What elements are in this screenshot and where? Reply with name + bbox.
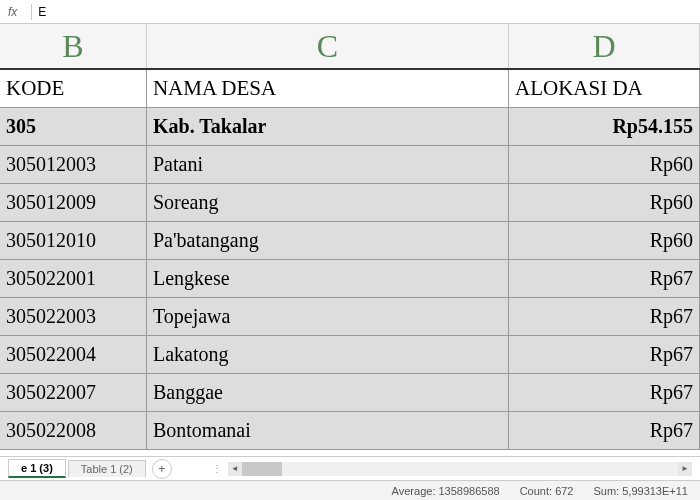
cell-nama[interactable]: Soreang (147, 184, 509, 221)
table-row: 305022001LengkeseRp67 (0, 260, 700, 298)
cell-alokasi[interactable]: Rp67 (509, 374, 700, 411)
cell-kode[interactable]: 305012009 (0, 184, 147, 221)
cell-nama[interactable]: Bontomanai (147, 412, 509, 449)
cell-kode[interactable]: 305022008 (0, 412, 147, 449)
status-count: Count: 672 (520, 485, 574, 497)
cell-alokasi[interactable]: Rp60 (509, 146, 700, 183)
scroll-thumb[interactable] (242, 462, 282, 476)
status-sum: Sum: 5,99313E+11 (594, 485, 689, 497)
cell-alokasi[interactable]: Rp67 (509, 412, 700, 449)
table-row: 305022004LakatongRp67 (0, 336, 700, 374)
table-row: 305022003TopejawaRp67 (0, 298, 700, 336)
scroll-right-button[interactable]: ► (678, 462, 692, 476)
sheet-tab-active[interactable]: e 1 (3) (8, 459, 66, 478)
cell-kode[interactable]: 305022004 (0, 336, 147, 373)
column-headers: B C D (0, 24, 700, 70)
scroll-left-button[interactable]: ◄ (228, 462, 242, 476)
col-header-c[interactable]: C (147, 24, 509, 68)
col-header-d[interactable]: D (509, 24, 700, 68)
table-row: 305022007BanggaeRp67 (0, 374, 700, 412)
table-row: 305012003PataniRp60 (0, 146, 700, 184)
scroll-track[interactable] (242, 462, 678, 476)
sheet-tab-inactive[interactable]: Table 1 (2) (68, 460, 146, 477)
cell-nama[interactable]: Pa'batangang (147, 222, 509, 259)
cell-kode[interactable]: 305 (0, 108, 147, 145)
cell-kode[interactable]: 305012003 (0, 146, 147, 183)
cell-kode[interactable]: 305022007 (0, 374, 147, 411)
cell-alokasi[interactable]: Rp67 (509, 260, 700, 297)
cell-kode[interactable]: 305012010 (0, 222, 147, 259)
add-sheet-button[interactable]: + (152, 459, 172, 479)
cell-nama[interactable]: Banggae (147, 374, 509, 411)
sheet-tabs-bar: e 1 (3) Table 1 (2) + ⋮ ◄ ► (0, 456, 700, 480)
horizontal-scroll: ⋮ ◄ ► (212, 462, 692, 476)
header-alokasi[interactable]: ALOKASI DA (509, 70, 700, 107)
cell-nama[interactable]: Patani (147, 146, 509, 183)
table-row: 305022008BontomanaiRp67 (0, 412, 700, 450)
cell-alokasi[interactable]: Rp60 (509, 184, 700, 221)
formula-divider (31, 4, 32, 20)
formula-bar: fx (0, 0, 700, 24)
cell-nama[interactable]: Topejawa (147, 298, 509, 335)
data-rows: KODE NAMA DESA ALOKASI DA 305Kab. Takala… (0, 70, 700, 450)
header-nama[interactable]: NAMA DESA (147, 70, 509, 107)
cell-kode[interactable]: 305022001 (0, 260, 147, 297)
header-row: KODE NAMA DESA ALOKASI DA (0, 70, 700, 108)
table-row: 305012009SoreangRp60 (0, 184, 700, 222)
cell-alokasi[interactable]: Rp60 (509, 222, 700, 259)
cell-alokasi[interactable]: Rp54.155 (509, 108, 700, 145)
col-header-b[interactable]: B (0, 24, 147, 68)
formula-input[interactable] (34, 2, 696, 22)
status-bar: Average: 1358986588 Count: 672 Sum: 5,99… (0, 480, 700, 500)
cell-nama[interactable]: Lengkese (147, 260, 509, 297)
header-kode[interactable]: KODE (0, 70, 147, 107)
cell-kode[interactable]: 305022003 (0, 298, 147, 335)
table-row: 305Kab. TakalarRp54.155 (0, 108, 700, 146)
status-average: Average: 1358986588 (392, 485, 500, 497)
cell-nama[interactable]: Lakatong (147, 336, 509, 373)
spreadsheet-grid: B C D KODE NAMA DESA ALOKASI DA 305Kab. … (0, 24, 700, 456)
cell-nama[interactable]: Kab. Takalar (147, 108, 509, 145)
table-row: 305012010Pa'batangangRp60 (0, 222, 700, 260)
scroll-separator: ⋮ (212, 463, 222, 474)
cell-alokasi[interactable]: Rp67 (509, 298, 700, 335)
cell-alokasi[interactable]: Rp67 (509, 336, 700, 373)
fx-label[interactable]: fx (4, 5, 21, 19)
